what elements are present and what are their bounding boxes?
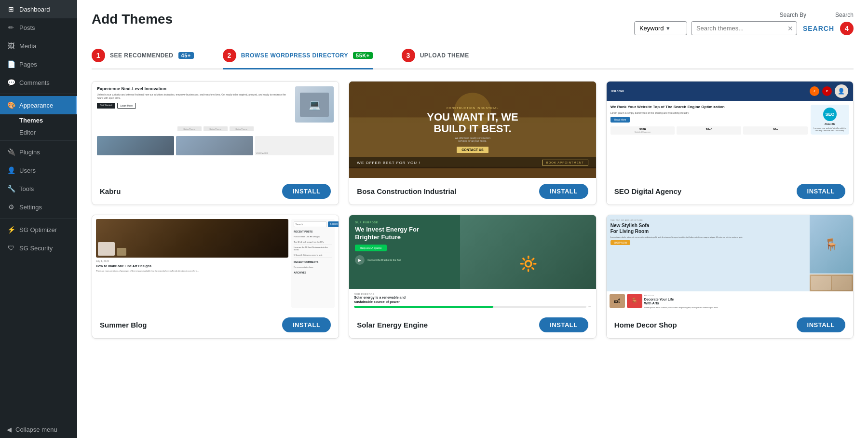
theme-thumbnail-seo: WELCOME € C 👤 We Rank Your Website Top o… — [607, 82, 853, 178]
search-controls: Keyword ▾ ✕ SEARCH 4 — [634, 21, 854, 35]
sidebar-item-plugins[interactable]: 🔌 Plugins — [0, 143, 77, 161]
install-button-decor[interactable]: INSTALL — [797, 317, 845, 332]
blog-search-btn[interactable]: Search — [328, 221, 339, 227]
decor-body: Lorem ipsum dolor sit amet, consectetur … — [610, 236, 806, 239]
clear-icon[interactable]: ✕ — [787, 25, 793, 32]
sidebar-item-dashboard[interactable]: ⊞ Dashboard — [0, 0, 77, 18]
themes-grid: Experience Next-Level Innovation Unleash… — [92, 81, 854, 339]
decor-headline: New Stylish SofaFor Living Room — [610, 223, 806, 234]
step-3-badge: 3 — [402, 49, 415, 62]
bosa-preview: CONSTRUCTION INDUSTRIAL YOU WANT IT, WEB… — [349, 82, 596, 178]
theme-card-decor: THE TOP OF ARCHITECTURE New Stylish Sofa… — [606, 215, 854, 339]
seo-headline: We Rank Your Website Top of The Search E… — [610, 105, 808, 110]
settings-icon: ⚙ — [7, 203, 15, 211]
bosa-contact-btn[interactable]: CONTACT US — [457, 147, 488, 153]
sidebar-item-label: SG Security — [19, 245, 53, 252]
blog-list-item: How to make Line Art Designs — [294, 235, 332, 239]
solar-headline: We Invest Energy ForBrighter Future — [355, 226, 590, 241]
decor-tag: THE TOP OF ARCHITECTURE — [610, 219, 806, 221]
divider — [0, 94, 77, 94]
theme-footer-blog: Summer Blog INSTALL — [92, 312, 339, 338]
sg-security-icon: 🛡 — [7, 244, 15, 252]
solar-bottom-title: Solar energy is a renewable andsustainab… — [354, 296, 591, 304]
themes-label: Themes — [19, 117, 43, 124]
plugins-icon: 🔌 — [7, 148, 15, 156]
theme-card-seo: WELCOME € C 👤 We Rank Your Website Top o… — [606, 81, 854, 205]
install-button-kabru[interactable]: INSTALL — [282, 184, 331, 199]
blog-post-title: How to make one Line Art Designs — [96, 264, 288, 268]
theme-footer-kabru: Kabru INSTALL — [92, 178, 339, 205]
sidebar-sub-editor[interactable]: Editor — [0, 126, 77, 138]
install-button-solar[interactable]: INSTALL — [539, 317, 588, 332]
install-button-seo[interactable]: INSTALL — [797, 184, 845, 199]
pages-icon: 📄 — [7, 60, 15, 68]
search-button[interactable]: SEARCH — [801, 22, 836, 35]
theme-name-kabru: Kabru — [100, 187, 121, 195]
sidebar-item-media[interactable]: 🖼 Media — [0, 37, 77, 55]
theme-name-solar: Solar Energy Engine — [357, 321, 428, 329]
collapse-menu[interactable]: ◀ Collapse menu — [0, 421, 77, 438]
solar-bottom: OUR PURPOSE Solar energy is a renewable … — [349, 289, 596, 312]
theme-card-kabru: Experience Next-Level Innovation Unleash… — [92, 81, 339, 205]
theme-footer-seo: SEO Digital Agency INSTALL — [607, 178, 853, 205]
solar-tag: Our Purpose — [355, 221, 590, 224]
decor-shop-btn[interactable]: SHOP NOW — [610, 240, 631, 245]
tools-icon: 🔧 — [7, 184, 15, 193]
bosa-appt[interactable]: BOOK APPOINTMENT — [542, 160, 588, 165]
sidebar: ⊞ Dashboard ✏ Posts 🖼 Media 📄 Pages 💬 Co… — [0, 0, 77, 438]
media-icon: 🖼 — [7, 41, 15, 50]
sidebar-sub-themes[interactable]: Themes — [0, 114, 77, 126]
bosa-headline: YOU WANT IT, WEBUILD IT BEST. — [427, 111, 518, 135]
solar-request-btn[interactable]: Request A Quote — [355, 245, 386, 251]
divider3 — [0, 218, 77, 219]
theme-name-seo: SEO Digital Agency — [614, 187, 681, 195]
sidebar-item-sg-security[interactable]: 🛡 SG Security — [0, 239, 77, 257]
blog-date: July 1, 2022 — [96, 260, 288, 262]
sidebar-item-label: SG Optimizer — [19, 226, 57, 233]
sidebar-item-label: Media — [19, 42, 36, 50]
install-button-bosa[interactable]: INSTALL — [539, 184, 588, 199]
sidebar-item-sg-optimizer[interactable]: ⚡ SG Optimizer — [0, 220, 77, 239]
appearance-icon: 🎨 — [7, 101, 15, 110]
recent-comments-label: RECENT COMMENTS — [294, 260, 332, 263]
blog-post-text: There are many variations of passages of… — [96, 270, 288, 273]
bosa-offer-bar: WE OFFER BEST FOR YOU ! BOOK APPOINTMENT — [349, 157, 596, 168]
search-area: Search By Search Keyword ▾ ✕ SEARCH 4 — [634, 12, 854, 35]
sidebar-item-appearance[interactable]: 🎨 Appearance — [0, 96, 77, 114]
search-input[interactable] — [691, 21, 797, 35]
theme-name-bosa: Bosa Construction Industrial — [357, 187, 456, 195]
sidebar-item-posts[interactable]: ✏ Posts — [0, 18, 77, 37]
theme-thumbnail-kabru: Experience Next-Level Innovation Unleash… — [92, 82, 339, 178]
blog-list-item: Top 10 alt rock songs from the 80's — [294, 241, 332, 245]
blog-search-input[interactable] — [294, 221, 327, 227]
sidebar-item-label: Appearance — [19, 102, 53, 109]
theme-name-blog: Summer Blog — [100, 321, 147, 329]
theme-footer-decor: Home Decor Shop INSTALL — [607, 312, 853, 338]
bosa-offer-text: WE OFFER BEST FOR YOU ! — [357, 161, 420, 165]
recent-posts-label: RECENT POSTS — [294, 230, 332, 233]
tab-recommended[interactable]: 1 SEE RECOMMENDED 45+ — [92, 49, 194, 69]
sidebar-item-label: Dashboard — [19, 6, 50, 13]
search-by-label: Search By — [780, 12, 806, 18]
sidebar-item-pages[interactable]: 📄 Pages — [0, 55, 77, 73]
sidebar-item-users[interactable]: 👤 Users — [0, 161, 77, 179]
search-label: Search — [835, 12, 854, 18]
sidebar-item-label: Tools — [19, 185, 34, 192]
sidebar-item-comments[interactable]: 💬 Comments — [0, 73, 77, 92]
solar-play-btn[interactable]: ▶ — [355, 255, 365, 265]
install-button-blog[interactable]: INSTALL — [282, 317, 331, 332]
keyword-value: Keyword — [639, 25, 664, 32]
tab-directory-count: 55K+ — [353, 52, 373, 59]
theme-card-bosa: CONSTRUCTION INDUSTRIAL YOU WANT IT, WEB… — [349, 81, 596, 205]
header-row: Add Themes Search By Search Keyword ▾ ✕ … — [92, 12, 854, 35]
blog-no-comments: No comments to show. — [294, 266, 332, 268]
search-labels: Search By Search — [780, 12, 854, 18]
sidebar-item-tools[interactable]: 🔧 Tools — [0, 179, 77, 198]
sidebar-item-label: Users — [19, 167, 36, 174]
sidebar-item-settings[interactable]: ⚙ Settings — [0, 198, 77, 216]
tab-upload[interactable]: 3 UPLOAD THEME — [402, 49, 469, 69]
about-text: Lorem ipsum dolor sit amet, consectetur … — [644, 306, 850, 309]
tab-directory[interactable]: 2 BROWSE WORDPRESS DIRECTORY 55K+ — [223, 49, 373, 69]
posts-icon: ✏ — [7, 23, 15, 32]
keyword-select[interactable]: Keyword ▾ — [634, 21, 687, 35]
